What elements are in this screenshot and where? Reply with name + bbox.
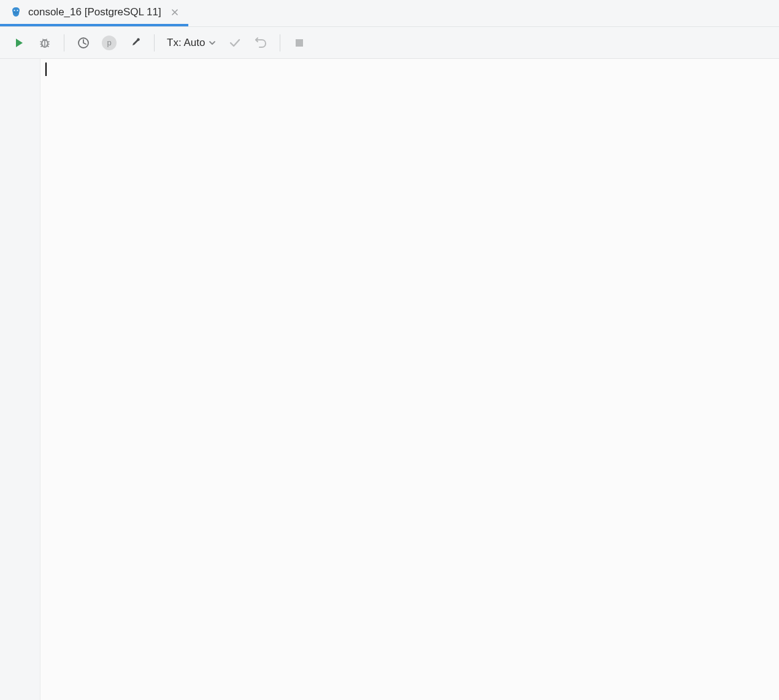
- sql-editor[interactable]: [40, 59, 779, 700]
- debug-button[interactable]: [33, 31, 56, 55]
- postgres-icon: [10, 6, 22, 18]
- editor-area: [0, 59, 779, 700]
- tab-bar: console_16 [PostgreSQL 11]: [0, 0, 779, 27]
- cursor: [45, 63, 47, 76]
- close-icon[interactable]: [170, 7, 180, 17]
- separator: [64, 34, 64, 51]
- tab-label: console_16 [PostgreSQL 11]: [28, 6, 161, 18]
- tx-mode-dropdown[interactable]: Tx: Auto: [162, 31, 221, 55]
- separator: [280, 34, 280, 51]
- svg-point-1: [17, 10, 18, 11]
- chevron-down-icon: [209, 39, 216, 47]
- history-button[interactable]: [72, 31, 95, 55]
- commit-button[interactable]: [223, 31, 247, 55]
- p-badge-icon: p: [102, 36, 117, 50]
- svg-rect-5: [296, 39, 303, 47]
- tab-console[interactable]: console_16 [PostgreSQL 11]: [0, 0, 188, 26]
- toolbar: p Tx: Auto: [0, 27, 779, 59]
- separator: [154, 34, 155, 51]
- tx-label: Tx: Auto: [167, 37, 205, 49]
- svg-point-0: [14, 10, 15, 11]
- svg-point-4: [137, 38, 139, 40]
- rollback-button[interactable]: [249, 31, 272, 55]
- playground-button[interactable]: p: [98, 31, 121, 55]
- stop-button[interactable]: [288, 31, 311, 55]
- execute-button[interactable]: [7, 31, 31, 55]
- gutter: [0, 59, 40, 700]
- settings-button[interactable]: [123, 31, 147, 55]
